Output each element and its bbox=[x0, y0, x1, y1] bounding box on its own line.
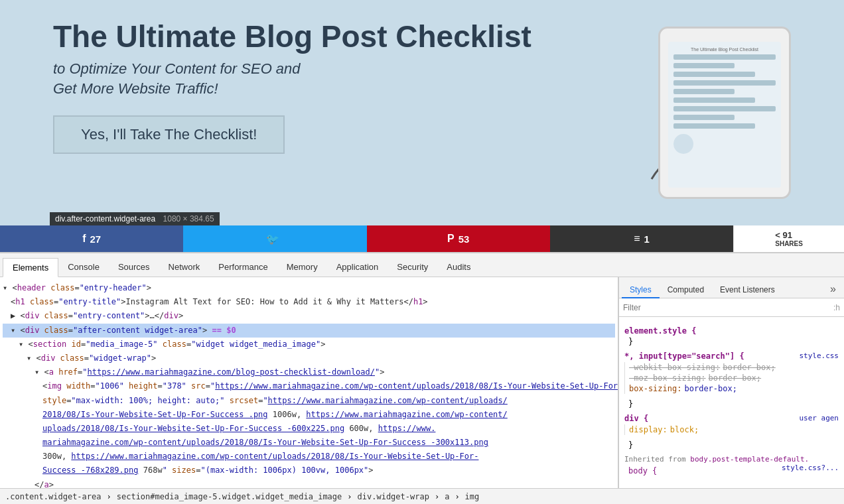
html-panel[interactable]: ▾ <header class="entry-header"> <h1 clas… bbox=[0, 277, 618, 488]
style-rule-star: *, input[type="search"] { style.css bbox=[624, 351, 839, 361]
buffer-share-button[interactable]: ≡ 1 bbox=[550, 225, 733, 252]
style-property: -moz-box-sizing: border-box; bbox=[629, 373, 839, 383]
style-property: display: block; bbox=[629, 424, 839, 435]
styles-content[interactable]: element.style { } *, input[type="search"… bbox=[619, 317, 844, 488]
html-line[interactable]: style="max-width: 100%; height: auto;" s… bbox=[3, 394, 615, 408]
pinterest-icon: P bbox=[447, 233, 455, 245]
facebook-icon: f bbox=[82, 233, 86, 245]
element-tooltip: div.after-content.widget-area 1080 × 384… bbox=[50, 212, 220, 225]
style-block: display: block; bbox=[624, 424, 839, 435]
html-line[interactable]: ▾ <div class="widget-wrap"> bbox=[3, 351, 615, 365]
tablet-mockup: The Ultimate Blog Post Checklist bbox=[658, 27, 791, 199]
html-line[interactable]: 300w, https://www.mariahmagazine.com/wp-… bbox=[3, 450, 615, 464]
devtools-tab-bar: Elements Console Sources Network Perform… bbox=[0, 253, 844, 277]
html-line[interactable]: 2018/08/Is-Your-Website-Set-Up-For-Succe… bbox=[3, 408, 615, 422]
preview-title: The Ultimate Blog Post Checklist bbox=[53, 20, 632, 54]
html-line[interactable]: uploads/2018/08/Is-Your-Website-Set-Up-F… bbox=[3, 422, 615, 436]
tab-security[interactable]: Security bbox=[387, 258, 437, 277]
buffer-icon: ≡ bbox=[634, 233, 640, 245]
breadcrumb-item[interactable]: a bbox=[445, 492, 449, 501]
shares-label: SHARES bbox=[775, 240, 803, 247]
preview-area: The Ultimate Blog Post Checklist to Opti… bbox=[0, 0, 844, 225]
styles-tab-computed[interactable]: Computed bbox=[660, 283, 712, 298]
html-line[interactable]: Success -768x289.png 768w" sizes="(max-w… bbox=[3, 464, 615, 477]
breadcrumb: .content.widget-area › section#media_ima… bbox=[0, 488, 844, 504]
style-block-close: } bbox=[624, 440, 839, 450]
style-block: -webkit-box-sizing: border-box; -moz-box… bbox=[624, 362, 839, 394]
tab-sources[interactable]: Sources bbox=[109, 258, 159, 277]
tab-memory[interactable]: Memory bbox=[277, 258, 327, 277]
style-property: -webkit-box-sizing: border-box; bbox=[629, 362, 839, 373]
styles-tab-more[interactable]: » bbox=[825, 281, 841, 298]
styles-filter-bar: :h bbox=[619, 298, 844, 317]
preview-content: The Ultimate Blog Post Checklist to Opti… bbox=[53, 13, 632, 154]
buffer-count: 1 bbox=[644, 233, 650, 245]
twitter-icon: 🐦 bbox=[266, 233, 279, 245]
styles-tab-event-listeners[interactable]: Event Listeners bbox=[712, 283, 783, 298]
twitter-share-button[interactable]: 🐦 bbox=[183, 225, 366, 252]
html-line[interactable]: <img width="1006" height="378" src="http… bbox=[3, 379, 615, 393]
style-rule-element: element.style { bbox=[624, 326, 839, 336]
html-line[interactable]: ▾ <section id="media_image-5" class="wid… bbox=[3, 338, 615, 351]
preview-cta-button[interactable]: Yes, I'll Take The Checklist! bbox=[53, 115, 285, 154]
share-bar: f 27 🐦 P 53 ≡ 1 < 91 SHARES bbox=[0, 225, 844, 252]
pinterest-count: 53 bbox=[458, 233, 470, 245]
breadcrumb-item[interactable]: img bbox=[465, 492, 480, 501]
preview-image-area: The Ultimate Blog Post Checklist bbox=[632, 20, 791, 206]
total-shares: < 91 SHARES bbox=[733, 225, 844, 252]
styles-filter-input[interactable] bbox=[623, 303, 833, 312]
rule-selector: div { bbox=[624, 414, 648, 423]
styles-tab-bar: Styles Computed Event Listeners » bbox=[619, 277, 844, 298]
tab-elements[interactable]: Elements bbox=[3, 258, 58, 277]
style-rule-close: } bbox=[624, 337, 839, 346]
filter-hint: :h bbox=[833, 303, 840, 312]
facebook-count: 27 bbox=[90, 233, 101, 245]
style-property: box-sizing: border-box; bbox=[629, 383, 839, 394]
html-line-selected[interactable]: ▾ <div class="after-content widget-area"… bbox=[3, 324, 615, 338]
styles-tab-styles[interactable]: Styles bbox=[622, 283, 660, 298]
styles-panel: Styles Computed Event Listeners » :h ele… bbox=[618, 277, 844, 488]
tab-performance[interactable]: Performance bbox=[209, 258, 277, 277]
rule-source: style.css bbox=[799, 351, 839, 361]
style-rule-div: div { user agen bbox=[624, 414, 839, 423]
tab-application[interactable]: Application bbox=[327, 258, 388, 277]
html-line[interactable]: <h1 class="entry-title">Instagram Alt Te… bbox=[3, 295, 615, 309]
html-line[interactable]: ▾ <header class="entry-header"> bbox=[3, 281, 615, 295]
rule-source: user agen bbox=[799, 414, 839, 423]
rule-selector: *, input[type="search"] { bbox=[624, 351, 744, 361]
tab-console[interactable]: Console bbox=[58, 258, 109, 277]
html-line[interactable]: </a> bbox=[3, 478, 615, 488]
breadcrumb-item[interactable]: .content.widget-area bbox=[5, 492, 102, 501]
rule-selector: element.style { bbox=[624, 326, 696, 336]
total-count: < 91 bbox=[775, 230, 803, 240]
style-block-close: } bbox=[624, 399, 839, 409]
html-line[interactable]: mariahmagazine.com/wp-content/uploads/20… bbox=[3, 436, 615, 450]
tablet-screen: The Ultimate Blog Post Checklist bbox=[668, 42, 781, 188]
inherited-from-header: Inherited from body.post-template-defaul… bbox=[624, 455, 839, 464]
devtools-body: ▾ <header class="entry-header"> <h1 clas… bbox=[0, 277, 844, 488]
html-line[interactable]: ▶ <div class="entry-content">…</div> bbox=[3, 309, 615, 323]
preview-subtitle: to Optimize Your Content for SEO andGet … bbox=[53, 59, 632, 100]
tab-network[interactable]: Network bbox=[159, 258, 210, 277]
breadcrumb-item[interactable]: div.widget-wrap bbox=[358, 492, 429, 501]
pinterest-share-button[interactable]: P 53 bbox=[367, 225, 550, 252]
tab-audits[interactable]: Audits bbox=[437, 258, 480, 277]
breadcrumb-item[interactable]: section#media_image-5.widget.widget_medi… bbox=[117, 492, 342, 501]
devtools-panel: Elements Console Sources Network Perform… bbox=[0, 252, 844, 504]
facebook-share-button[interactable]: f 27 bbox=[0, 225, 183, 252]
html-line[interactable]: ▾ <a href="https://www.mariahmagazine.co… bbox=[3, 365, 615, 379]
